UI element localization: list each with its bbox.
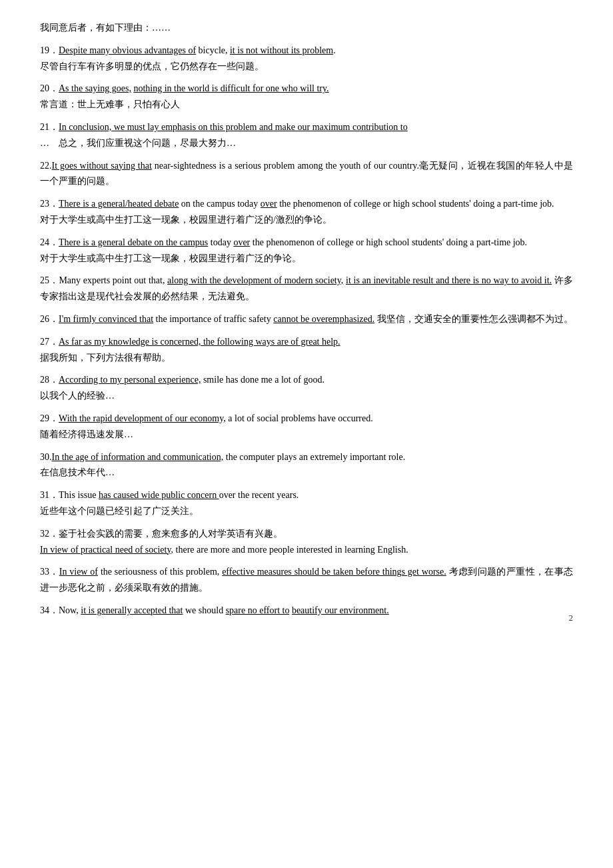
- entry-27-num: 27．: [40, 337, 59, 347]
- entry-34: 34．Now, it is generally accepted that we…: [40, 603, 573, 619]
- entry-26-u2: cannot be overemphasized.: [273, 314, 374, 324]
- entry-28-chinese: 以我个人的经验…: [40, 388, 573, 404]
- entry-24-u1: There is a general debate on the campus: [59, 237, 208, 247]
- entry-20-u2: nothing in the world is difficult for on…: [133, 83, 328, 93]
- entry-24-chinese: 对于大学生或高中生打工这一现象，校园里进行着广泛的争论。: [40, 251, 573, 267]
- entry-32: 32．鉴于社会实践的需要，愈来愈多的人对学英语有兴趣。 In view of p…: [40, 526, 573, 558]
- entry-26-u1: I'm firmly convinced that: [59, 314, 153, 324]
- entry-29: 29．With the rapid development of our eco…: [40, 411, 573, 443]
- entry-30: 30.In the age of information and communi…: [40, 449, 573, 481]
- entry-24-num: 24．: [40, 237, 59, 247]
- entry-30-u1: In the age of information and communicat…: [52, 452, 224, 462]
- entry-34-u2: spare no effort to: [226, 605, 290, 615]
- entry-21: 21．In conclusion, we must lay emphasis o…: [40, 119, 573, 151]
- entry-29-chinese: 随着经济得迅速发展…: [40, 427, 573, 443]
- entry-23-english: 23．There is a general/heated debate on t…: [40, 196, 573, 212]
- entry-21-english: 21．In conclusion, we must lay emphasis o…: [40, 119, 573, 135]
- entry-34-u1: it is generally accepted that: [81, 605, 183, 615]
- entry-19-u1: Despite many obvious advantages of: [59, 45, 196, 55]
- entry-31-num: 31．: [40, 490, 59, 500]
- entry-28-num: 28．: [40, 375, 59, 385]
- entry-33-u1: In view of: [59, 567, 98, 577]
- entry-32-chinese-first: 32．鉴于社会实践的需要，愈来愈多的人对学英语有兴趣。: [40, 526, 573, 542]
- entry-20-chinese: 常言道：世上无难事，只怕有心人: [40, 97, 573, 113]
- intro-text: 我同意后者，有如下理由：……: [40, 20, 573, 36]
- entry-25-english: 25．Many experts point out that, along wi…: [40, 273, 573, 305]
- entry-19-english: 19．Despite many obvious advantages of bi…: [40, 43, 573, 59]
- entry-28-english: 28．According to my personal experience, …: [40, 372, 573, 388]
- page-container: 我同意后者，有如下理由：…… 19．Despite many obvious a…: [40, 20, 573, 619]
- entry-23-u2: over: [261, 199, 277, 209]
- entry-30-num: 30.: [40, 452, 52, 462]
- entry-24: 24．There is a general debate on the camp…: [40, 235, 573, 267]
- entry-26-num: 26．: [40, 314, 59, 324]
- entry-22-english: 22.It goes without saying that near-sigh…: [40, 158, 573, 190]
- entry-22-num: 22.: [40, 161, 52, 171]
- entry-20-num: 20．: [40, 83, 59, 93]
- entry-20-u1: As the saying goes,: [59, 83, 131, 93]
- entry-29-u1: With the rapid development of our econom…: [59, 413, 226, 423]
- entry-31-english: 31．This issue has caused wide public con…: [40, 487, 573, 503]
- entry-25-u1: along with the development of modern soc…: [167, 275, 343, 285]
- entry-34-english: 34．Now, it is generally accepted that we…: [40, 603, 573, 619]
- entry-33: 33．In view of the seriousness of this pr…: [40, 564, 573, 596]
- entry-31-chinese: 近些年这个问题已经引起了广泛关注。: [40, 503, 573, 519]
- entry-24-english: 24．There is a general debate on the camp…: [40, 235, 573, 251]
- entry-27-u1: As far as my knowledge is concerned, the…: [59, 337, 340, 347]
- entry-28-u1: According to my personal experience,: [59, 375, 201, 385]
- entry-25: 25．Many experts point out that, along wi…: [40, 273, 573, 305]
- entry-30-chinese: 在信息技术年代…: [40, 465, 573, 481]
- entry-19-chinese: 尽管自行车有许多明显的优点，它仍然存在一些问题。: [40, 59, 573, 75]
- entry-33-num: 33．: [40, 567, 59, 577]
- entry-19: 19．Despite many obvious advantages of bi…: [40, 43, 573, 75]
- entry-20-english: 20．As the saying goes, nothing in the wo…: [40, 81, 573, 97]
- entry-33-english: 33．In view of the seriousness of this pr…: [40, 564, 573, 596]
- entry-34-u3: beautify our environment.: [292, 605, 389, 615]
- entry-20: 20．As the saying goes, nothing in the wo…: [40, 81, 573, 113]
- intro-line: 我同意后者，有如下理由：……: [40, 20, 573, 36]
- entry-23: 23．There is a general/heated debate on t…: [40, 196, 573, 228]
- entry-25-num: 25．: [40, 275, 59, 285]
- entry-23-u1: There is a general/heated debate: [59, 199, 179, 209]
- entry-29-english: 29．With the rapid development of our eco…: [40, 411, 573, 427]
- entry-21-chinese: … 总之，我们应重视这个问题，尽最大努力…: [40, 135, 573, 151]
- entry-22-u1: It goes without saying that: [52, 161, 152, 171]
- entry-21-num: 21．: [40, 122, 59, 132]
- entry-23-num: 23．: [40, 199, 59, 209]
- entry-32-english: In view of practical need of society, th…: [40, 542, 573, 558]
- entry-27: 27．As far as my knowledge is concerned, …: [40, 334, 573, 366]
- entry-33-u2: effective measures should be taken befor…: [222, 567, 446, 577]
- entry-26-english: 26．I'm firmly convinced that the importa…: [40, 311, 573, 327]
- entry-21-u1: In conclusion, we must lay emphasis on t…: [59, 122, 408, 132]
- entry-22: 22.It goes without saying that near-sigh…: [40, 158, 573, 190]
- page-number: 2: [569, 611, 574, 625]
- entry-26: 26．I'm firmly convinced that the importa…: [40, 311, 573, 327]
- entry-28: 28．According to my personal experience, …: [40, 372, 573, 404]
- entry-19-u2: it is not without its problem: [230, 45, 333, 55]
- entry-25-u2: it is an inevitable result and there is …: [346, 275, 552, 285]
- entry-24-u2: over: [233, 237, 250, 247]
- entry-23-chinese: 对于大学生或高中生打工这一现象，校园里进行着广泛的/激烈的争论。: [40, 212, 573, 228]
- entry-32-u1: In view of practical need of society,: [40, 545, 173, 555]
- entry-31: 31．This issue has caused wide public con…: [40, 487, 573, 519]
- entry-27-english: 27．As far as my knowledge is concerned, …: [40, 334, 573, 350]
- entry-19-num: 19．: [40, 45, 59, 55]
- entry-30-english: 30.In the age of information and communi…: [40, 449, 573, 465]
- entry-29-num: 29．: [40, 413, 59, 423]
- entry-27-chinese: 据我所知，下列方法很有帮助。: [40, 350, 573, 366]
- entry-31-u1: has caused wide public concern: [99, 490, 219, 500]
- entry-34-num: 34．: [40, 605, 59, 615]
